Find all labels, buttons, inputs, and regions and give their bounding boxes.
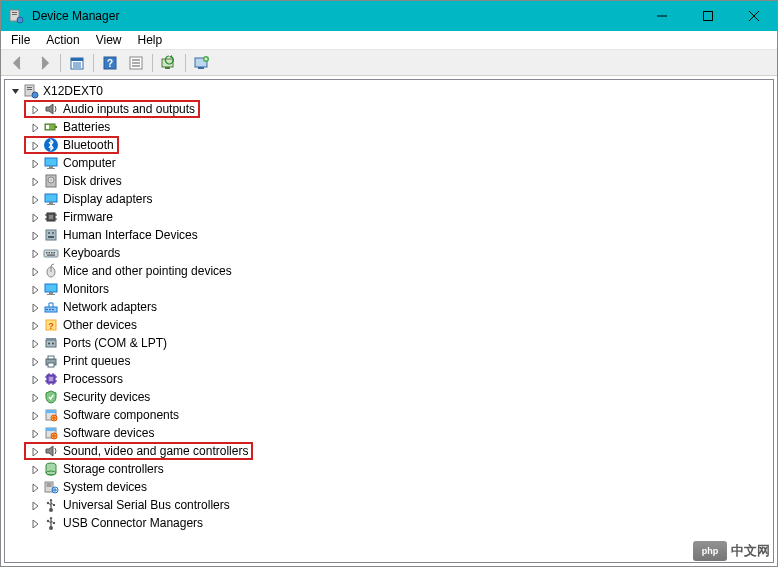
tree-category[interactable]: Sound, video and game controllers	[9, 442, 773, 460]
chip-icon	[43, 209, 59, 225]
tree-category[interactable]: Network adapters	[9, 298, 773, 316]
expander-icon[interactable]	[29, 355, 41, 367]
tree-category[interactable]: Monitors	[9, 280, 773, 298]
tree-category[interactable]: Universal Serial Bus controllers	[9, 496, 773, 514]
scan-hardware-button[interactable]	[157, 52, 181, 74]
tree-root-node[interactable]: X12DEXT0	[9, 82, 773, 100]
tree-category[interactable]: Computer	[9, 154, 773, 172]
tree-category[interactable]: System devices	[9, 478, 773, 496]
category-label: Audio inputs and outputs	[63, 102, 195, 116]
tree-category[interactable]: Bluetooth	[9, 136, 773, 154]
tree-category[interactable]: Ports (COM & LPT)	[9, 334, 773, 352]
tree-category[interactable]: Other devices	[9, 316, 773, 334]
tree-category[interactable]: Disk drives	[9, 172, 773, 190]
category-label: Security devices	[63, 390, 150, 404]
svg-rect-85	[704, 12, 713, 21]
expander-icon[interactable]	[29, 319, 41, 331]
expander-icon[interactable]	[29, 463, 41, 475]
speaker-icon	[43, 101, 59, 117]
menu-action[interactable]: Action	[38, 31, 87, 49]
category-label: Print queues	[63, 354, 130, 368]
tree-category[interactable]: Batteries	[9, 118, 773, 136]
expander-icon[interactable]	[29, 427, 41, 439]
toolbar-separator	[152, 54, 153, 72]
expander-icon[interactable]	[29, 175, 41, 187]
expander-icon[interactable]	[29, 157, 41, 169]
expander-icon[interactable]	[29, 247, 41, 259]
menu-file[interactable]: File	[3, 31, 38, 49]
tree-category[interactable]: Firmware	[9, 208, 773, 226]
system-icon	[43, 479, 59, 495]
port-icon	[43, 335, 59, 351]
tree-category[interactable]: Print queues	[9, 352, 773, 370]
category-label: Processors	[63, 372, 123, 386]
hid-icon	[43, 227, 59, 243]
tree-category[interactable]: Storage controllers	[9, 460, 773, 478]
back-button	[6, 52, 30, 74]
usb-icon	[43, 515, 59, 531]
storage-icon	[43, 461, 59, 477]
toolbar-separator	[60, 54, 61, 72]
tree-category[interactable]: Display adapters	[9, 190, 773, 208]
minimize-button[interactable]	[639, 1, 685, 31]
device-tree[interactable]: X12DEXT0Audio inputs and outputsBatterie…	[4, 79, 774, 563]
monitor-icon	[43, 191, 59, 207]
expander-icon[interactable]	[9, 85, 21, 97]
tree-category[interactable]: Audio inputs and outputs	[9, 100, 773, 118]
keyboard-icon	[43, 245, 59, 261]
expander-icon[interactable]	[29, 229, 41, 241]
category-label: Sound, video and game controllers	[63, 444, 248, 458]
category-label: System devices	[63, 480, 147, 494]
tree-category[interactable]: Human Interface Devices	[9, 226, 773, 244]
expander-icon[interactable]	[29, 103, 41, 115]
tree-category[interactable]: Mice and other pointing devices	[9, 262, 773, 280]
add-legacy-hardware-button[interactable]	[190, 52, 214, 74]
close-button[interactable]	[731, 1, 777, 31]
category-label: Ports (COM & LPT)	[63, 336, 167, 350]
tree-category[interactable]: Software devices	[9, 424, 773, 442]
watermark-logo: php	[693, 541, 727, 561]
root-label: X12DEXT0	[43, 84, 103, 98]
menubar: File Action View Help	[1, 31, 777, 50]
properties-button[interactable]	[124, 52, 148, 74]
monitor-icon	[43, 281, 59, 297]
toolbar	[1, 50, 777, 76]
expander-icon[interactable]	[29, 499, 41, 511]
expander-icon[interactable]	[29, 445, 41, 457]
expander-icon[interactable]	[29, 265, 41, 277]
expander-icon[interactable]	[29, 301, 41, 313]
tree-category[interactable]: Keyboards	[9, 244, 773, 262]
category-label: Software devices	[63, 426, 154, 440]
tree-category[interactable]: Software components	[9, 406, 773, 424]
menu-help[interactable]: Help	[130, 31, 171, 49]
help-button[interactable]	[98, 52, 122, 74]
category-label: Display adapters	[63, 192, 152, 206]
category-label: Firmware	[63, 210, 113, 224]
speaker-icon	[43, 443, 59, 459]
category-label: Software components	[63, 408, 179, 422]
tree-category[interactable]: Security devices	[9, 388, 773, 406]
toolbar-separator	[185, 54, 186, 72]
expander-icon[interactable]	[29, 517, 41, 529]
expander-icon[interactable]	[29, 283, 41, 295]
expander-icon[interactable]	[29, 481, 41, 493]
software-icon	[43, 425, 59, 441]
expander-icon[interactable]	[29, 373, 41, 385]
software-icon	[43, 407, 59, 423]
maximize-button[interactable]	[685, 1, 731, 31]
show-hide-tree-button[interactable]	[65, 52, 89, 74]
category-label: Mice and other pointing devices	[63, 264, 232, 278]
expander-icon[interactable]	[29, 121, 41, 133]
category-label: Human Interface Devices	[63, 228, 198, 242]
menu-view[interactable]: View	[88, 31, 130, 49]
tree-category[interactable]: USB Connector Managers	[9, 514, 773, 532]
expander-icon[interactable]	[29, 409, 41, 421]
expander-icon[interactable]	[29, 391, 41, 403]
expander-icon[interactable]	[29, 337, 41, 349]
expander-icon[interactable]	[29, 211, 41, 223]
expander-icon[interactable]	[29, 193, 41, 205]
tree-category[interactable]: Processors	[9, 370, 773, 388]
expander-icon[interactable]	[29, 139, 41, 151]
watermark-text: 中文网	[731, 542, 770, 560]
disk-icon	[43, 173, 59, 189]
